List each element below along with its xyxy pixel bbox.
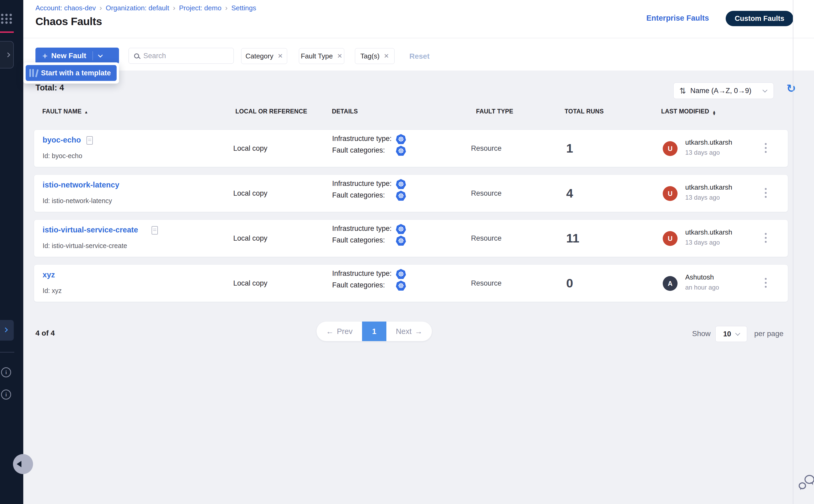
modified-by-user: Ashutosh — [685, 273, 714, 281]
local-or-reference-value: Local copy — [233, 189, 267, 198]
close-icon[interactable]: ✕ — [384, 52, 389, 60]
fault-name-link[interactable]: byoc-echo — [43, 136, 81, 144]
kubernetes-icon: ☸ — [396, 146, 406, 156]
custom-faults-button[interactable]: Custom Faults — [726, 11, 793, 26]
enterprise-faults-link[interactable]: Enterprise Faults — [646, 14, 709, 22]
fault-id-label: Id: istio-virtual-service-create — [43, 242, 127, 250]
page-size-select[interactable]: 10 — [715, 326, 747, 342]
column-header-fault-type: FAULT TYPE — [476, 108, 513, 115]
fault-row-byoc-echo[interactable]: byoc-echo Id: byoc-echo Local copy Infra… — [34, 130, 788, 167]
prev-page-button[interactable]: ← Prev — [317, 322, 362, 341]
column-header-last-modified[interactable]: LAST MODIFIED▲▼ — [661, 108, 716, 115]
kubernetes-icon: ☸ — [396, 191, 406, 201]
close-icon[interactable]: ✕ — [278, 52, 283, 60]
reset-filters-button[interactable]: Reset — [409, 52, 429, 61]
breadcrumb-project[interactable]: Project: demo — [179, 4, 221, 12]
infrastructure-type-label: Infrastructure type: — [332, 135, 392, 143]
fault-name-link[interactable]: xyz — [43, 271, 55, 279]
close-icon[interactable]: ✕ — [337, 52, 342, 60]
speech-bubble-icon — [799, 482, 806, 489]
avatar: U — [663, 141, 678, 156]
search-icon — [134, 53, 139, 58]
sort-dropdown[interactable]: ⇅ Name (A→Z, 0→9) — [673, 83, 774, 99]
loading-accent-bar — [0, 31, 14, 33]
manifest-doc-icon[interactable] — [152, 226, 158, 235]
filter-chip-tags[interactable]: Tag(s) ✕ — [355, 48, 395, 64]
fault-type-value: Resource — [471, 234, 502, 242]
left-arrow-icon: ← — [326, 327, 334, 336]
about-info-icon[interactable]: i — [1, 390, 11, 400]
start-with-template-menu-item[interactable]: Start with a template — [26, 65, 117, 81]
chat-support-icon[interactable] — [799, 475, 814, 490]
breadcrumb-separator: › — [173, 4, 175, 12]
fault-row-xyz[interactable]: xyz Id: xyz Local copy Infrastructure ty… — [34, 264, 788, 302]
new-fault-button[interactable]: + New Fault — [35, 48, 119, 64]
infrastructure-type-label: Infrastructure type: — [332, 224, 392, 233]
breadcrumb-separator: › — [225, 4, 227, 12]
breadcrumb-organization[interactable]: Organization: default — [106, 4, 169, 12]
menu-item-label: Start with a template — [41, 69, 111, 77]
total-runs-value: 1 — [566, 141, 573, 155]
kubernetes-icon: ☸ — [396, 281, 406, 291]
infrastructure-type-label: Infrastructure type: — [332, 269, 392, 278]
fault-type-value: Resource — [471, 144, 502, 153]
chevron-down-icon[interactable] — [98, 53, 103, 57]
fault-type-value: Resource — [471, 189, 502, 198]
breadcrumb-account[interactable]: Account: chaos-dev — [35, 4, 96, 12]
local-or-reference-value: Local copy — [233, 234, 267, 242]
fault-row-istio-network-latency[interactable]: istio-network-latency Id: istio-network-… — [34, 175, 788, 212]
toolbar: + New Fault Category ✕ Fault Type ✕ Tag(… — [23, 38, 814, 71]
row-menu-kebab-icon[interactable] — [763, 186, 768, 199]
avatar: A — [663, 276, 678, 291]
next-page-button[interactable]: Next → — [386, 322, 432, 341]
row-menu-kebab-icon[interactable] — [763, 141, 768, 154]
fault-name-link[interactable]: istio-network-latency — [43, 181, 119, 189]
fault-categories-label: Fault categories: — [332, 281, 385, 289]
current-page-button[interactable]: 1 — [362, 322, 386, 341]
filter-chip-category[interactable]: Category ✕ — [241, 48, 287, 64]
total-runs-value: 4 — [566, 186, 573, 200]
new-fault-dropdown-menu: Start with a template — [23, 62, 119, 84]
search-input[interactable] — [143, 52, 223, 60]
kubernetes-icon: ☸ — [396, 134, 406, 144]
modified-by-user: utkarsh.utkarsh — [685, 183, 732, 191]
local-or-reference-value: Local copy — [233, 144, 267, 153]
filter-chip-fault-type[interactable]: Fault Type ✕ — [299, 48, 344, 64]
column-label: LAST MODIFIED — [661, 108, 709, 115]
kubernetes-icon: ☸ — [396, 179, 406, 189]
breadcrumb-settings[interactable]: Settings — [231, 4, 256, 12]
main-content: Account: chaos-dev › Organization: defau… — [23, 0, 814, 504]
fault-row-istio-virtual-service-create[interactable]: istio-virtual-service-create Id: istio-v… — [34, 219, 788, 257]
plus-icon: + — [42, 51, 48, 61]
search-box — [129, 48, 234, 64]
refresh-button[interactable]: ↻ — [786, 83, 796, 94]
app-grid-icon[interactable] — [1, 14, 13, 24]
breadcrumb: Account: chaos-dev › Organization: defau… — [35, 4, 256, 12]
content-right-border — [793, 0, 793, 504]
modified-by-user: utkarsh.utkarsh — [685, 138, 732, 146]
fault-categories-label: Fault categories: — [332, 146, 385, 154]
avatar: U — [663, 186, 678, 201]
modified-time: 13 days ago — [685, 239, 720, 246]
avatar: U — [663, 231, 678, 246]
column-header-fault-name[interactable]: FAULT NAME▲ — [42, 108, 88, 115]
filter-chip-label: Tag(s) — [360, 52, 379, 60]
fault-id-label: Id: xyz — [43, 287, 62, 295]
next-label: Next — [396, 327, 412, 336]
module-nav-collapsed-panel[interactable] — [0, 41, 14, 68]
expand-sidebar-button[interactable] — [0, 320, 14, 341]
speech-bubble-icon — [804, 475, 814, 484]
help-info-icon[interactable]: i — [1, 367, 11, 377]
row-menu-kebab-icon[interactable] — [763, 276, 768, 289]
left-nav-sidebar: i i — [0, 0, 23, 504]
fault-name-link[interactable]: istio-virtual-service-create — [43, 226, 138, 234]
show-label: Show — [692, 329, 711, 338]
manifest-doc-icon[interactable] — [86, 136, 93, 145]
column-header-total-runs: TOTAL RUNS — [565, 108, 604, 115]
row-menu-kebab-icon[interactable] — [763, 231, 768, 244]
sidebar-collapse-handle[interactable] — [13, 454, 33, 474]
modified-by-user: utkarsh.utkarsh — [685, 228, 732, 236]
pagination: ← Prev 1 Next → — [317, 322, 432, 341]
filter-chip-label: Category — [245, 52, 273, 60]
collapse-left-icon — [17, 461, 21, 467]
